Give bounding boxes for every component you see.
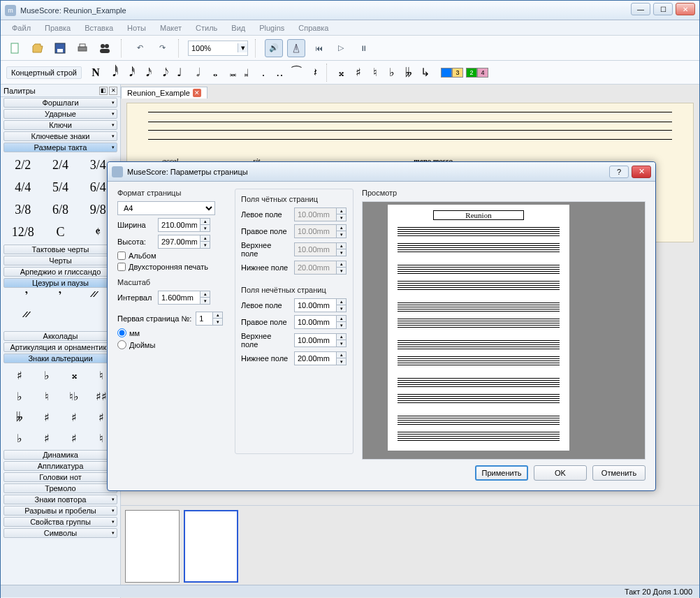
cancel-button[interactable]: Отменить — [592, 465, 646, 481]
preview-header: Просмотр — [362, 189, 646, 197]
duplex-checkbox[interactable] — [117, 263, 126, 271]
first-page-input[interactable] — [196, 312, 212, 326]
even-right-input — [294, 224, 336, 238]
unit-mm-radio[interactable] — [117, 328, 126, 337]
dialog-help-button[interactable]: ? — [609, 166, 629, 178]
preview-title: Reunion — [433, 210, 524, 220]
odd-margins-header: Поля нечётных страниц — [241, 286, 347, 294]
unit-inch-radio[interactable] — [117, 340, 126, 349]
even-margins-header: Поля чётных страниц — [241, 195, 347, 203]
paper-size-select[interactable]: A4 — [117, 201, 215, 215]
odd-bottom-input[interactable] — [294, 351, 336, 365]
apply-button[interactable]: Применить — [475, 465, 528, 481]
odd-top-input[interactable] — [294, 333, 336, 347]
ok-button[interactable]: OK — [534, 465, 587, 481]
width-input[interactable] — [158, 218, 200, 232]
dialog-close-button[interactable]: ✕ — [632, 166, 651, 178]
page-format-header: Формат страницы — [117, 189, 226, 197]
landscape-checkbox[interactable] — [117, 251, 126, 260]
spatium-input[interactable] — [158, 291, 200, 305]
height-input[interactable] — [158, 235, 200, 249]
even-left-input — [294, 207, 336, 221]
dialog-icon — [112, 166, 123, 177]
even-bottom-input — [294, 261, 336, 275]
dialog-title: MuseScore: Параметры страницы — [127, 168, 248, 176]
scale-header: Масштаб — [117, 278, 226, 286]
page-settings-dialog: MuseScore: Параметры страницы ? ✕ Формат… — [107, 161, 656, 491]
odd-right-input[interactable] — [294, 315, 336, 329]
even-top-input — [294, 242, 336, 256]
preview-area: Reunion — [362, 201, 646, 460]
odd-left-input[interactable] — [294, 298, 336, 312]
